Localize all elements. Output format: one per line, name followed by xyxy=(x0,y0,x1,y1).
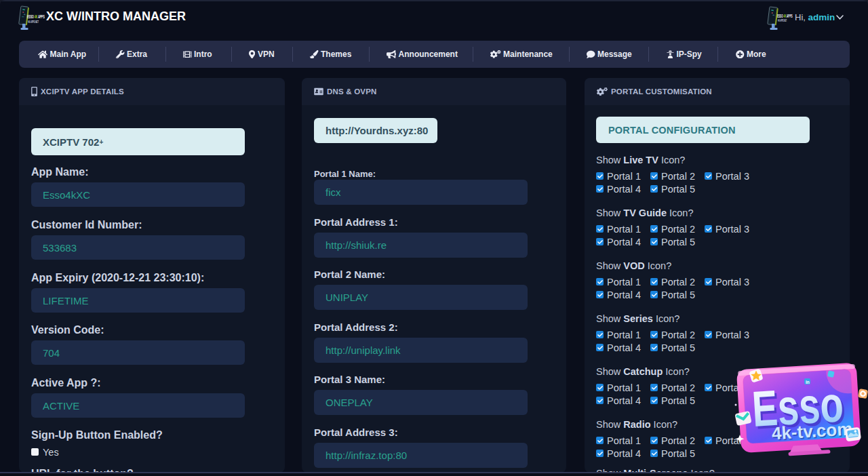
svg-text:in: in xyxy=(806,380,810,384)
